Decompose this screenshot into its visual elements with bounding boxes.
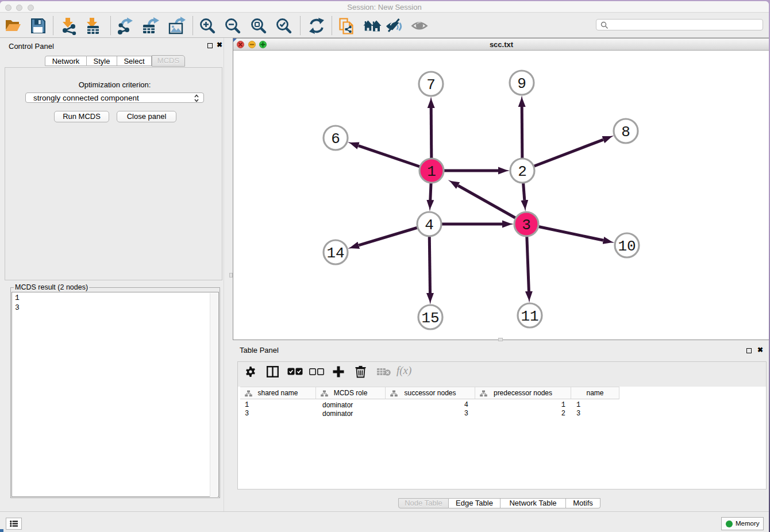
svg-text:4: 4 (425, 217, 434, 234)
svg-text:14: 14 (326, 245, 344, 262)
svg-text:1: 1 (427, 163, 436, 180)
svg-text:10: 10 (618, 238, 636, 255)
svg-text:9: 9 (517, 75, 526, 92)
svg-text:8: 8 (621, 124, 630, 141)
svg-text:11: 11 (521, 308, 538, 325)
svg-text:15: 15 (421, 310, 439, 327)
svg-text:6: 6 (331, 130, 340, 148)
svg-text:7: 7 (426, 76, 436, 94)
svg-text:3: 3 (522, 217, 531, 234)
svg-text:2: 2 (518, 163, 527, 180)
